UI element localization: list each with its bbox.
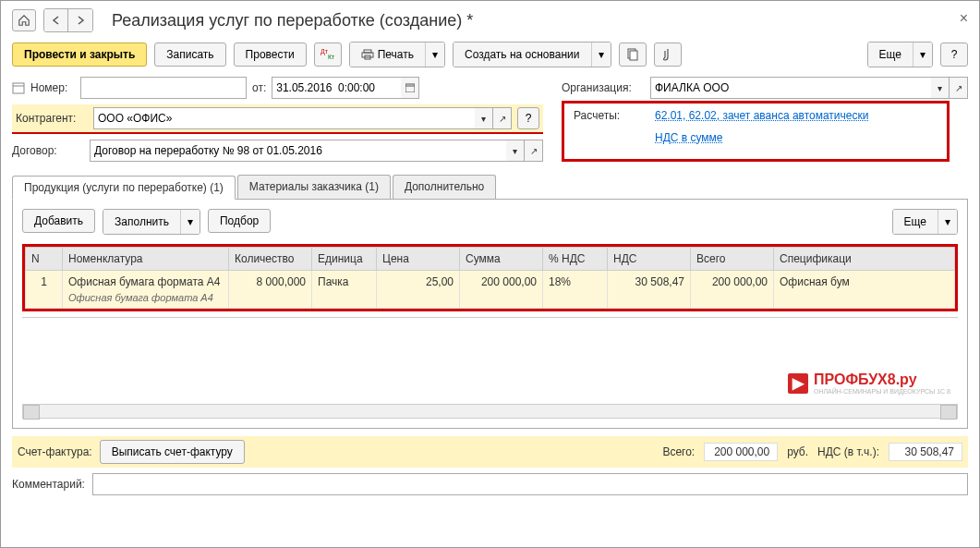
vat-total-value: 30 508,47 [889, 443, 962, 461]
col-total[interactable]: Всего [691, 248, 774, 271]
more-dropdown[interactable]: ▾ [913, 43, 932, 67]
help-button[interactable]: ? [940, 43, 968, 67]
save-button[interactable]: Записать [154, 43, 225, 67]
calc-link[interactable]: 62.01, 62.02, зачет аванса автоматически [655, 109, 868, 122]
col-qty[interactable]: Количество [229, 248, 312, 271]
cell-spec[interactable]: Офисная бум [774, 271, 955, 309]
cell-unit[interactable]: Пачка [312, 271, 377, 309]
print-dropdown[interactable]: ▾ [426, 43, 444, 67]
cell-nom-text: Офисная бумага формата А4 [68, 275, 223, 288]
cell-nom[interactable]: Офисная бумага формата А4 Офисная бумага… [63, 271, 229, 309]
contract-input[interactable] [90, 140, 506, 162]
vat-row: НДС в сумме [574, 131, 938, 144]
contractor-help-button[interactable]: ? [517, 107, 539, 129]
fill-split: Заполнить ▾ [103, 209, 200, 235]
date-picker-button[interactable] [401, 77, 419, 99]
comment-input[interactable] [92, 473, 968, 495]
grid-header-row: N Номенклатура Количество Единица Цена С… [26, 248, 955, 271]
contractor-open-button[interactable]: ↗ [493, 107, 512, 129]
cell-n[interactable]: 1 [26, 271, 63, 309]
total-label: Всего: [662, 445, 695, 458]
more-split: Еще ▾ [867, 42, 933, 67]
contract-row: Договор: ▾ ↗ [12, 140, 543, 162]
tab-more-dropdown[interactable]: ▾ [938, 210, 957, 234]
contractor-input[interactable] [93, 107, 475, 129]
total-value: 200 000,00 [704, 443, 778, 461]
svg-rect-6 [630, 51, 637, 60]
tab-products[interactable]: Продукция (услуги по переработке) (1) [12, 176, 236, 200]
col-unit[interactable]: Единица [312, 248, 377, 271]
contract-dropdown-button[interactable]: ▾ [506, 140, 525, 162]
number-label: Номер: [30, 81, 75, 94]
files-button[interactable] [619, 43, 647, 67]
post-and-close-button[interactable]: Провести и закрыть [12, 43, 147, 67]
col-vatpct[interactable]: % НДС [543, 248, 608, 271]
contractor-row: Контрагент: ▾ ↗ ? [12, 104, 543, 134]
data-grid[interactable]: N Номенклатура Количество Единица Цена С… [25, 247, 955, 309]
main-toolbar: Провести и закрыть Записать Провести ДтК… [12, 42, 968, 67]
col-vat[interactable]: НДС [608, 248, 691, 271]
cell-vat[interactable]: 30 508,47 [608, 271, 691, 309]
fill-dropdown[interactable]: ▾ [181, 210, 200, 234]
close-button[interactable]: × [960, 10, 968, 27]
create-based-button[interactable]: Создать на основании [454, 43, 592, 67]
col-sum[interactable]: Сумма [460, 248, 543, 271]
col-price[interactable]: Цена [377, 248, 460, 271]
cell-vatpct[interactable]: 18% [543, 271, 608, 309]
date-input[interactable] [272, 77, 401, 99]
calc-row: Расчеты: 62.01, 62.02, зачет аванса авто… [574, 109, 938, 122]
col-n[interactable]: N [26, 248, 63, 271]
add-row-button[interactable]: Добавить [22, 209, 95, 233]
home-button[interactable] [12, 9, 36, 31]
org-input[interactable] [650, 77, 931, 99]
org-input-group: ▾ ↗ [650, 77, 968, 99]
forward-button[interactable] [68, 9, 92, 31]
watermark: ▶ ПРОФБУХ8.ру ОНЛАЙН-СЕМИНАРЫ И ВИДЕОКУР… [788, 371, 950, 395]
number-row: Номер: от: [12, 77, 543, 99]
watermark-icon: ▶ [788, 373, 808, 394]
cell-sum[interactable]: 200 000,00 [460, 271, 543, 309]
tab-more-button[interactable]: Еще [893, 210, 938, 234]
cell-qty[interactable]: 8 000,000 [229, 271, 312, 309]
cell-total[interactable]: 200 000,00 [691, 271, 774, 309]
contractor-dropdown-button[interactable]: ▾ [475, 107, 493, 129]
nav-group [43, 8, 93, 32]
col-nom[interactable]: Номенклатура [63, 248, 229, 271]
horizontal-scrollbar[interactable] [22, 404, 958, 419]
fill-button[interactable]: Заполнить [103, 210, 181, 234]
comment-label: Комментарий: [12, 478, 85, 491]
vat-spacer [574, 131, 647, 144]
tab-materials[interactable]: Материалы заказчика (1) [237, 175, 391, 199]
contractor-label: Контрагент: [16, 112, 88, 125]
invoice-label: Счет-фактура: [18, 445, 92, 458]
form-columns: Номер: от: Контрагент: ▾ ↗ ? [12, 77, 968, 167]
org-dropdown-button[interactable]: ▾ [931, 77, 950, 99]
table-row[interactable]: 1 Офисная бумага формата А4 Офисная бума… [26, 271, 955, 309]
tab-toolbar: Добавить Заполнить ▾ Подбор Еще ▾ [22, 209, 958, 235]
calendar-icon [12, 81, 25, 94]
back-button[interactable] [44, 9, 68, 31]
cell-nom-sub: Офисная бумага формата А4 [68, 292, 223, 303]
org-open-button[interactable]: ↗ [950, 77, 968, 99]
date-input-group [272, 77, 419, 99]
contract-open-button[interactable]: ↗ [525, 140, 543, 162]
invoice-footer: Счет-фактура: Выписать счет-фактуру Всег… [12, 436, 968, 468]
app-window: Реализация услуг по переработке (создани… [0, 0, 980, 548]
post-button[interactable]: Провести [234, 43, 307, 67]
calc-box: Расчеты: 62.01, 62.02, зачет аванса авто… [562, 101, 950, 162]
col-spec[interactable]: Спецификаци [774, 248, 955, 271]
cell-price[interactable]: 25,00 [377, 271, 460, 309]
number-input[interactable] [80, 77, 247, 99]
tab-additional[interactable]: Дополнительно [393, 175, 496, 199]
vat-link[interactable]: НДС в сумме [655, 131, 723, 144]
create-based-dropdown[interactable]: ▾ [592, 43, 611, 67]
tab-content: Добавить Заполнить ▾ Подбор Еще ▾ N Номе… [12, 200, 968, 429]
write-invoice-button[interactable]: Выписать счет-фактуру [100, 440, 245, 464]
more-button[interactable]: Еще [868, 43, 913, 67]
print-label: Печать [378, 48, 414, 61]
print-button[interactable]: Печать [350, 43, 426, 67]
dt-kt-button[interactable]: ДтКт [314, 43, 342, 67]
attach-button[interactable] [654, 43, 682, 67]
svg-rect-9 [405, 84, 415, 92]
pick-button[interactable]: Подбор [208, 209, 271, 233]
